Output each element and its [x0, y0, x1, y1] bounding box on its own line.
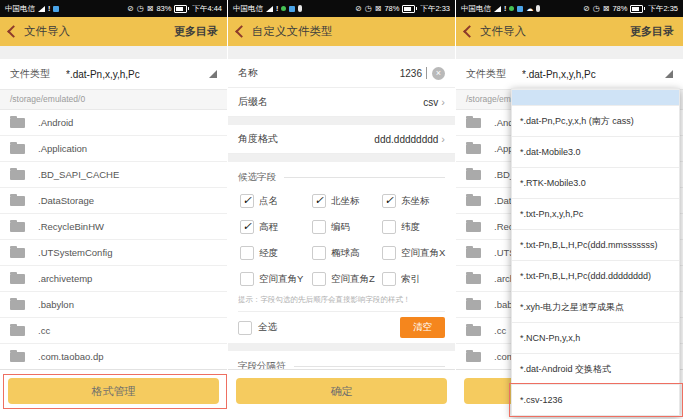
check-icon: ✓ [242, 221, 251, 232]
checkbox[interactable]: ✓ [312, 220, 326, 234]
format-manage-button[interactable]: 格式管理 [8, 378, 219, 404]
dropdown-item-label: *.xyh-电力之星道亨成果点 [520, 302, 624, 312]
field-option[interactable]: ✓ 索引 [382, 266, 445, 292]
folder-icon [10, 300, 25, 310]
checkbox[interactable]: ✓ [312, 272, 326, 286]
page-title: 自定义文件类型 [252, 24, 446, 39]
clear-text-icon[interactable]: × [432, 67, 445, 80]
checkbox-grid: ✓ 点名 ✓ 北坐标 ✓ 东坐标 ✓ 高程 ✓ [238, 185, 445, 292]
check-icon: ✓ [242, 195, 251, 206]
checkbox[interactable]: ✓ [312, 194, 326, 208]
dropdown-item[interactable]: *.dat-Mobile3.0 [512, 136, 679, 167]
folder-icon [10, 352, 25, 362]
folder-row[interactable]: .DataStorage [0, 188, 227, 214]
dropdown-item[interactable]: *.txt-Pn,B,L,H,Pc(ddd.dddddddd) [512, 260, 679, 291]
folder-name: .UTSystemConfig [38, 247, 112, 258]
mic-icon [298, 5, 302, 12]
folder-icon [10, 196, 25, 206]
folder-name: .archivetemp [38, 273, 92, 284]
folder-row[interactable]: .RecycleBinHW [0, 214, 227, 240]
checkbox[interactable]: ✓ [240, 194, 254, 208]
checkbox[interactable]: ✓ [382, 194, 396, 208]
folder-row[interactable]: .com.taobao.dp [0, 344, 227, 370]
folder-row[interactable]: .archivetemp [0, 266, 227, 292]
folder-list: .Android .Application .BD_SAPI_CACHE .Da… [0, 110, 227, 370]
angle-format-row[interactable]: 角度格式 ddd.dddddddd › [228, 125, 455, 154]
dropdown-item[interactable]: *.RTK-Mobile3.0 [512, 167, 679, 198]
more-directories-button[interactable]: 更多目录 [630, 24, 674, 39]
field-option[interactable]: ✓ 高程 [240, 214, 312, 240]
status-dot-icon [281, 6, 286, 11]
folder-icon [10, 326, 25, 336]
carrier-label: 中国电信 [461, 4, 491, 14]
spinner-triangle-icon[interactable] [209, 70, 217, 78]
dropdown-item-label: *.dat-Pn,Pc,y,x,h (南方 cass) [520, 116, 634, 126]
dropdown-item-label: *.txt-Pn,x,y,h,Pc [520, 209, 583, 219]
file-type-label: 文件类型 [466, 67, 506, 81]
folder-row[interactable]: .BD_SAPI_CACHE [0, 162, 227, 188]
back-icon[interactable] [7, 25, 20, 38]
folder-row[interactable]: .Application [0, 136, 227, 162]
nav-bar: 文件导入 更多目录 [0, 17, 227, 46]
suffix-value: csv [423, 97, 438, 108]
folder-row[interactable]: .cc [0, 318, 227, 344]
back-icon[interactable] [463, 25, 476, 38]
name-field-row[interactable]: 名称 1236 × [228, 59, 455, 88]
spinner-triangle-icon[interactable] [665, 70, 673, 78]
custom-type-form: 名称 1236 × 后缀名 csv › 角度格式 ddd.dddddddd [228, 46, 455, 419]
name-input-value[interactable]: 1236 [400, 68, 422, 79]
checkbox[interactable]: ✓ [240, 246, 254, 260]
page-title: 文件导入 [24, 24, 168, 39]
dropdown-item[interactable]: *.dat-Android 交换格式 [512, 353, 679, 384]
divider [294, 366, 446, 367]
dropdown-item[interactable]: *.NCN-Pn,y,x,h [512, 322, 679, 353]
candidate-fields-section: 候选字段 ✓ 点名 ✓ 北坐标 ✓ 东坐标 [228, 162, 455, 343]
field-option[interactable]: ✓ 椭球高 [312, 240, 382, 266]
field-option[interactable]: ✓ 东坐标 [382, 188, 445, 214]
select-all-checkbox[interactable]: ✓ [238, 321, 252, 335]
folder-name: .cc [494, 325, 506, 336]
dropdown-item[interactable]: *.dat-Pn,Pc,y,x,h (南方 cass) [512, 105, 679, 136]
dropdown-item-label: *.NCN-Pn,y,x,h [520, 333, 580, 343]
footer-bar: 确定 [228, 369, 455, 419]
section-title: 候选字段 [238, 171, 276, 184]
checkbox[interactable]: ✓ [382, 272, 396, 286]
suffix-field-row[interactable]: 后缀名 csv › [228, 88, 455, 117]
field-option[interactable]: ✓ 纬度 [382, 214, 445, 240]
folder-icon [466, 248, 481, 258]
confirm-button[interactable]: 确定 [236, 378, 447, 404]
dropdown-item[interactable]: *.xyh-电力之星道亨成果点 [512, 291, 679, 322]
carrier-label: 中国电信 [5, 4, 35, 14]
dropdown-item[interactable] [512, 89, 679, 105]
checkbox[interactable]: ✓ [382, 220, 396, 234]
angle-format-label: 角度格式 [238, 132, 278, 146]
field-option[interactable]: ✓ 经度 [240, 240, 312, 266]
select-all-label: 全选 [258, 321, 277, 334]
folder-name: .BD_SAPI_CACHE [38, 169, 119, 180]
dropdown-item[interactable]: *.csv-1236 [512, 384, 679, 415]
file-type-selector[interactable]: 文件类型 *.dat-Pn,x,y,h,Pc [456, 59, 683, 90]
checkbox[interactable]: ✓ [240, 220, 254, 234]
field-option[interactable]: ✓ 编码 [312, 214, 382, 240]
folder-row[interactable]: .Android [0, 110, 227, 136]
folder-row[interactable]: .babylon [0, 292, 227, 318]
checkbox[interactable]: ✓ [312, 246, 326, 260]
checkbox[interactable]: ✓ [382, 246, 396, 260]
field-option[interactable]: ✓ 空间直角Z [312, 266, 382, 292]
dropdown-item[interactable]: *.txt-Pn,B,L,H,Pc(ddd.mmsssssss) [512, 229, 679, 260]
field-option[interactable]: ✓ 北坐标 [312, 188, 382, 214]
field-option[interactable]: ✓ 点名 [240, 188, 312, 214]
checkbox[interactable]: ✓ [240, 272, 254, 286]
folder-row[interactable]: .UTSystemConfig [0, 240, 227, 266]
back-icon[interactable] [235, 25, 248, 38]
field-option[interactable]: ✓ 空间直角X [382, 240, 445, 266]
dropdown-item[interactable]: *.txt-Pn,x,y,h,Pc [512, 198, 679, 229]
battery-icon [630, 5, 645, 13]
field-option[interactable]: ✓ 空间直角Y [240, 266, 312, 292]
clear-selection-button[interactable]: 清空 [400, 317, 445, 338]
divider [284, 177, 445, 178]
file-type-selector[interactable]: 文件类型 *.dat-Pn,x,y,h,Pc [0, 59, 227, 90]
screen-file-import-2: 中国电信 ! ☁ ⊘ ◷ ⊠ 78% 下午2:35 文件导入 更多目录 [456, 0, 683, 419]
more-directories-button[interactable]: 更多目录 [174, 24, 218, 39]
clock-label: 下午2:33 [420, 4, 450, 14]
